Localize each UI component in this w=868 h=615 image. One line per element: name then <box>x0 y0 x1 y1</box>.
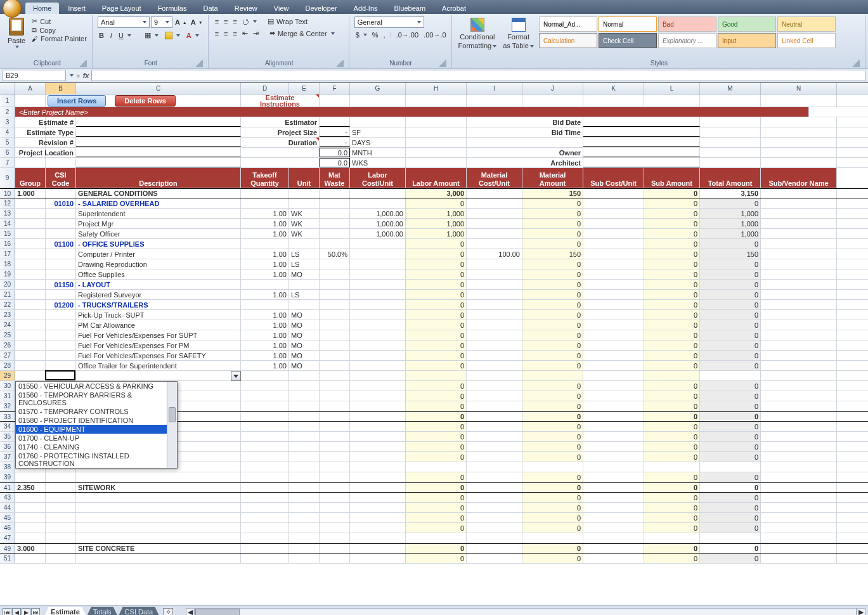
cell[interactable] <box>467 280 522 289</box>
cell[interactable] <box>241 189 289 198</box>
cell[interactable] <box>15 310 46 320</box>
cell[interactable]: 0 <box>406 523 467 533</box>
cell[interactable] <box>350 422 406 431</box>
cell[interactable] <box>320 300 350 309</box>
cell[interactable]: Fuel For Vehicles/Expenses For PM <box>76 340 241 350</box>
cell[interactable]: DAYS <box>350 138 406 147</box>
cell[interactable] <box>289 239 320 249</box>
cell[interactable] <box>761 148 837 157</box>
cell[interactable] <box>761 117 837 127</box>
cell[interactable] <box>320 523 350 533</box>
row-header-3[interactable]: 3 <box>0 117 15 127</box>
row-header-44[interactable]: 44 <box>0 503 15 512</box>
name-box[interactable]: B29 <box>3 70 66 81</box>
cell[interactable] <box>350 483 406 492</box>
cell[interactable] <box>241 483 289 492</box>
cell[interactable]: Drawing Reproduction <box>76 259 241 269</box>
sheet-tab-totals[interactable]: Totals <box>86 607 119 615</box>
cell[interactable]: 0 <box>700 381 761 391</box>
font-family-select[interactable]: Arial <box>98 16 150 28</box>
cell[interactable]: 01010 <box>46 198 76 208</box>
cell[interactable] <box>467 432 522 441</box>
cell[interactable] <box>467 381 522 391</box>
cell[interactable] <box>241 513 289 522</box>
cell[interactable]: 0 <box>700 269 761 279</box>
cell[interactable] <box>583 269 644 279</box>
dropdown-option[interactable]: 01570 - TEMPORARY CONTROLS <box>16 407 177 416</box>
merge-center-button[interactable]: ⬌ Merge & Center <box>268 29 336 37</box>
cell[interactable] <box>241 391 289 401</box>
cell[interactable]: 150 <box>522 249 583 259</box>
cell[interactable]: 0 <box>644 412 700 421</box>
fill-color-button[interactable] <box>164 32 181 39</box>
cell[interactable] <box>350 94 406 107</box>
cell[interactable]: 0 <box>406 280 467 289</box>
cell[interactable] <box>241 452 289 462</box>
cell[interactable] <box>350 544 406 553</box>
cell[interactable] <box>467 219 522 228</box>
cell[interactable] <box>467 513 522 522</box>
cell[interactable]: Safety Officer <box>76 229 241 238</box>
cell[interactable]: 0 <box>406 544 467 553</box>
cell[interactable] <box>761 209 837 218</box>
row-header-39[interactable]: 39 <box>0 472 15 482</box>
ribbon-tab-formulas[interactable]: Formulas <box>150 3 195 14</box>
cell[interactable] <box>15 554 46 563</box>
cell[interactable] <box>46 249 76 259</box>
grid-header[interactable]: MaterialCost/Unit <box>467 168 522 188</box>
cell[interactable] <box>467 361 522 370</box>
wrap-text-button[interactable]: ▤ Wrap Text <box>266 17 309 25</box>
cell[interactable]: 2.350 <box>15 483 46 492</box>
cell[interactable]: 1,000 <box>700 219 761 228</box>
cell[interactable] <box>406 127 467 137</box>
cell[interactable] <box>320 361 350 370</box>
cell[interactable]: 0 <box>644 269 700 279</box>
cell[interactable]: 1.00 <box>241 209 289 218</box>
cell[interactable] <box>467 94 522 107</box>
cell[interactable]: 0 <box>406 361 467 370</box>
cell[interactable]: 0 <box>522 554 583 563</box>
cell[interactable] <box>583 290 644 299</box>
cell[interactable]: LS <box>289 259 320 269</box>
cell[interactable]: 0 <box>644 189 700 198</box>
cell[interactable] <box>700 462 761 472</box>
cell[interactable] <box>289 503 320 512</box>
cell[interactable] <box>241 381 289 391</box>
cell[interactable] <box>761 259 837 269</box>
row-header-9[interactable]: 9 <box>0 168 15 188</box>
cell[interactable] <box>15 351 46 360</box>
cell[interactable] <box>761 503 837 512</box>
cell[interactable]: 0 <box>522 219 583 228</box>
cell[interactable] <box>583 340 644 350</box>
dropdown-option[interactable]: 01580 - PROJECT IDENTIFICATION <box>16 416 177 425</box>
cell[interactable] <box>15 239 46 249</box>
cell[interactable]: Owner <box>467 148 583 157</box>
cell[interactable]: 0 <box>406 330 467 340</box>
cell[interactable] <box>583 138 700 147</box>
cell[interactable]: 0 <box>700 422 761 431</box>
cell[interactable] <box>467 523 522 533</box>
cell[interactable]: LS <box>289 290 320 299</box>
row-header-16[interactable]: 16 <box>0 239 15 249</box>
align-right-button[interactable]: ≡ <box>232 30 238 37</box>
cell[interactable] <box>241 412 289 421</box>
cell[interactable] <box>350 310 406 320</box>
cell[interactable] <box>76 503 241 512</box>
cell[interactable] <box>644 94 700 107</box>
grid-header[interactable]: TakeoffQuantity <box>241 168 289 188</box>
cell[interactable] <box>467 198 522 208</box>
cell[interactable]: 1.00 <box>241 290 289 299</box>
cell[interactable]: 0 <box>406 300 467 309</box>
cell[interactable]: - TRUCKS/TRAILERS <box>76 300 241 309</box>
cell[interactable]: 0 <box>644 198 700 208</box>
cell[interactable] <box>289 442 320 451</box>
cell[interactable]: 0 <box>644 320 700 330</box>
underline-button[interactable]: U <box>117 32 133 39</box>
grid-header[interactable]: Sub/Vendor Name <box>761 168 837 188</box>
cell[interactable] <box>46 158 76 167</box>
row-header-47[interactable]: 47 <box>0 533 15 543</box>
horizontal-scrollbar[interactable]: ◀ ▶ <box>186 608 865 616</box>
style-bad[interactable]: Bad <box>658 16 716 32</box>
cell[interactable] <box>350 381 406 391</box>
cell[interactable] <box>46 544 76 553</box>
